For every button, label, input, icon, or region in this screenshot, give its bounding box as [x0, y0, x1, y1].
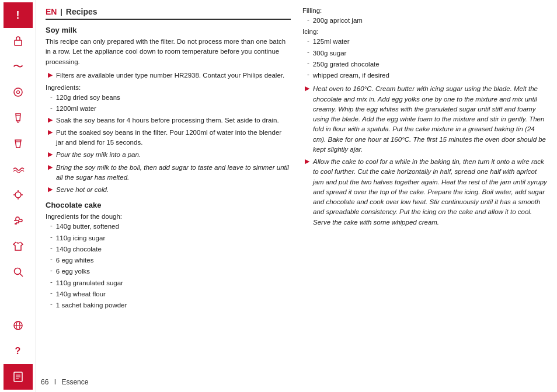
svg-point-2 — [16, 91, 19, 94]
instruction-text-1: Heat oven to 160°C. Cream butter with ic… — [313, 84, 548, 155]
bullet-arrow-6: ▶ — [48, 186, 53, 193]
icing-text-4: whipped cream, if desired — [313, 71, 389, 80]
bullet-arrow-1: ▶ — [48, 71, 53, 79]
soy-bullet-text-6: Serve hot or cold. — [56, 185, 109, 195]
page-number: 66 — [41, 378, 48, 386]
icing-item-3: - 250g grated chocolate — [302, 60, 548, 69]
sidebar-bottom: ? — [4, 313, 33, 392]
wave-icon[interactable]: 〜 — [4, 54, 33, 79]
instruction-2: ▶ Allow the cake to cool for a while in … — [302, 157, 548, 228]
choc-ingredient-text-5: 6 egg yolks — [56, 267, 90, 276]
instruction-1: ▶ Heat oven to 160°C. Cream butter with … — [302, 84, 548, 155]
content-area: EN | Recipes Soy milk This recipe can on… — [36, 0, 557, 392]
header-title: Recipes — [66, 7, 98, 16]
question-icon[interactable]: ? — [4, 338, 33, 364]
chocolate-cake-title: Chocolate cake — [46, 201, 291, 209]
soy-bullet-4: ▶ Pour the soy milk into a pan. — [46, 150, 291, 160]
choc-ingredient-6: - 110g granulated sugar — [46, 278, 291, 288]
footer-separator: I — [54, 378, 58, 386]
instr-arrow-2: ▶ — [305, 158, 309, 165]
motor-icon[interactable] — [4, 182, 33, 208]
icing-text-1: 125ml water — [313, 37, 350, 47]
choc-ingredient-text-8: 1 sachet baking powder — [56, 300, 127, 310]
soy-bullet-text-1: Filters are available under type number … — [56, 71, 284, 80]
soy-ingredient-2: - 1200ml water — [46, 104, 291, 114]
bullet-arrow-2: ▶ — [48, 116, 53, 124]
soy-bullet-text-2: Soak the soy beans for 4 hours before pr… — [56, 116, 279, 125]
page-footer: 66 I Essence — [36, 378, 88, 386]
choc-ingredient-2: - 110g icing sugar — [46, 233, 291, 243]
soy-milk-intro: This recipe can only prepared with the f… — [46, 37, 291, 67]
dash-1: - — [50, 93, 53, 100]
icing-text-2: 300g sugar — [313, 48, 347, 58]
language-badge: EN — [46, 7, 57, 16]
product-name: Essence — [61, 378, 88, 386]
choc-ingredient-1: - 140g butter, softened — [46, 222, 291, 232]
wave2-icon[interactable] — [4, 156, 33, 182]
soy-bullet-text-4: Pour the soy milk into a pan. — [56, 150, 141, 160]
svg-line-5 — [20, 274, 23, 276]
left-column: EN | Recipes Soy milk This recipe can on… — [46, 7, 291, 374]
choc-ingredients-label: Ingredients for the dough: — [46, 213, 291, 220]
search-icon[interactable] — [4, 259, 33, 285]
lock-icon[interactable] — [4, 28, 33, 54]
soy-bullet-text-5: Bring the soy milk to the boil, then add… — [56, 163, 291, 183]
bullet-arrow-5: ▶ — [48, 163, 53, 171]
soy-bullet-2: ▶ Soak the soy beans for 4 hours before … — [46, 116, 291, 125]
choc-ingredient-5: - 6 egg yolks — [46, 267, 291, 276]
icing-item-4: - whipped cream, if desired — [302, 71, 548, 80]
globe-icon[interactable] — [4, 313, 33, 338]
svg-rect-0 — [15, 40, 22, 46]
warning-icon[interactable]: ! — [4, 2, 33, 28]
soy-milk-title: Soy milk — [46, 26, 291, 34]
soy-ingredient-text-1: 120g dried soy beans — [56, 93, 120, 103]
filling-item-1: - 200g apricot jam — [302, 16, 548, 26]
choc-ingredient-text-1: 140g butter, softened — [56, 222, 119, 232]
choc-ingredient-text-2: 110g icing sugar — [56, 233, 105, 243]
dash-2: - — [50, 104, 53, 111]
right-column: Filling: - 200g apricot jam Icing: - 125… — [302, 7, 548, 374]
choc-ingredient-7: - 140g wheat flour — [46, 289, 291, 299]
icing-label: Icing: — [302, 28, 548, 35]
bullet-arrow-3: ▶ — [48, 128, 53, 136]
soy-bullet-3: ▶ Put the soaked soy beans in the filter… — [46, 128, 291, 148]
choc-ingredient-4: - 6 egg whites — [46, 256, 291, 265]
soy-ingredient-1: - 120g dried soy beans — [46, 93, 291, 103]
page-header: EN | Recipes — [46, 7, 291, 20]
blender-icon[interactable] — [4, 105, 33, 131]
instr-arrow-1: ▶ — [305, 85, 309, 92]
cup-icon[interactable] — [4, 131, 33, 156]
choc-ingredient-text-3: 140g chocolate — [56, 244, 102, 254]
main-content: EN | Recipes Soy milk This recipe can on… — [36, 0, 557, 392]
bullet-arrow-4: ▶ — [48, 150, 53, 158]
choc-ingredient-text-7: 140g wheat flour — [56, 289, 106, 299]
soy-bullet-5: ▶ Bring the soy milk to the boil, then a… — [46, 163, 291, 183]
sidebar: ! 〜 — [0, 0, 36, 392]
choc-ingredient-text-6: 110g granulated sugar — [56, 278, 123, 288]
header-separator: | — [60, 8, 62, 16]
dial-icon[interactable] — [4, 79, 33, 105]
filling-text-1: 200g apricot jam — [313, 16, 363, 26]
choc-ingredient-text-4: 6 egg whites — [56, 256, 94, 265]
icing-text-3: 250g grated chocolate — [313, 60, 380, 69]
svg-point-3 — [15, 192, 21, 198]
recipe-icon[interactable] — [4, 364, 33, 390]
soy-bullet-text-3: Put the soaked soy beans in the filter. … — [56, 128, 291, 148]
filling-label: Filling: — [302, 7, 548, 14]
tap-icon[interactable] — [4, 208, 33, 233]
soy-bullet-1: ▶ Filters are available under type numbe… — [46, 71, 291, 80]
icing-item-1: - 125ml water — [302, 37, 548, 47]
icing-item-2: - 300g sugar — [302, 48, 548, 58]
soy-ingredients-label: Ingredients: — [46, 84, 291, 91]
cloth-icon[interactable] — [4, 233, 33, 259]
svg-point-1 — [14, 88, 22, 96]
instruction-text-2: Allow the cake to cool for a while in th… — [313, 157, 548, 228]
svg-point-4 — [14, 268, 20, 275]
soy-ingredient-text-2: 1200ml water — [56, 104, 96, 114]
choc-ingredient-3: - 140g chocolate — [46, 244, 291, 254]
choc-ingredient-8: - 1 sachet baking powder — [46, 300, 291, 310]
soy-bullet-6: ▶ Serve hot or cold. — [46, 185, 291, 195]
